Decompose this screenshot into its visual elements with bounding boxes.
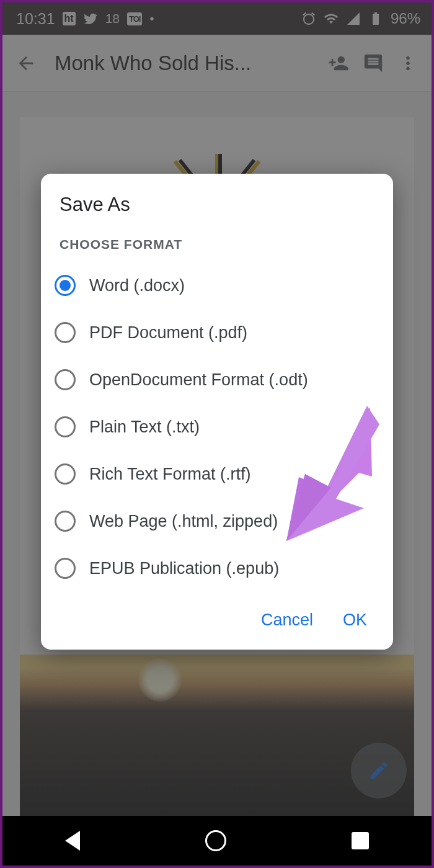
option-label: EPUB Publication (.epub)	[89, 559, 279, 578]
radio-icon	[55, 463, 76, 485]
option-odt[interactable]: OpenDocument Format (.odt)	[41, 356, 393, 403]
option-label: PDF Document (.pdf)	[89, 323, 247, 342]
radio-icon	[55, 322, 76, 343]
nav-home-button[interactable]	[205, 830, 226, 851]
dialog-subhead: CHOOSE FORMAT	[41, 228, 393, 258]
system-nav-bar	[2, 816, 432, 866]
radio-icon	[55, 511, 76, 532]
radio-icon	[55, 416, 76, 437]
device-frame: Monk Who Sold His... 10:31 ht 18 TOI • 9…	[0, 0, 434, 868]
option-label: OpenDocument Format (.odt)	[89, 370, 308, 390]
option-pdf[interactable]: PDF Document (.pdf)	[41, 309, 393, 356]
option-label: Word (.docx)	[89, 276, 185, 295]
cancel-button[interactable]: Cancel	[261, 611, 313, 630]
option-txt[interactable]: Plain Text (.txt)	[41, 403, 393, 450]
option-html[interactable]: Web Page (.html, zipped)	[41, 498, 393, 545]
option-label: Web Page (.html, zipped)	[89, 512, 278, 531]
option-epub[interactable]: EPUB Publication (.epub)	[41, 545, 393, 592]
nav-recents-button[interactable]	[352, 832, 369, 849]
radio-icon	[55, 369, 76, 390]
option-label: Rich Text Format (.rtf)	[89, 465, 251, 484]
radio-selected-icon	[55, 275, 76, 296]
option-label: Plain Text (.txt)	[89, 418, 200, 437]
option-word[interactable]: Word (.docx)	[41, 262, 393, 309]
format-options-list: Word (.docx) PDF Document (.pdf) OpenDoc…	[41, 258, 393, 602]
nav-back-button[interactable]	[65, 831, 80, 851]
ok-button[interactable]: OK	[343, 611, 367, 630]
save-as-dialog: Save As CHOOSE FORMAT Word (.docx) PDF D…	[41, 174, 393, 650]
dialog-actions: Cancel OK	[41, 602, 393, 643]
option-rtf[interactable]: Rich Text Format (.rtf)	[41, 450, 393, 498]
dialog-title: Save As	[41, 194, 393, 228]
radio-icon	[55, 558, 76, 579]
